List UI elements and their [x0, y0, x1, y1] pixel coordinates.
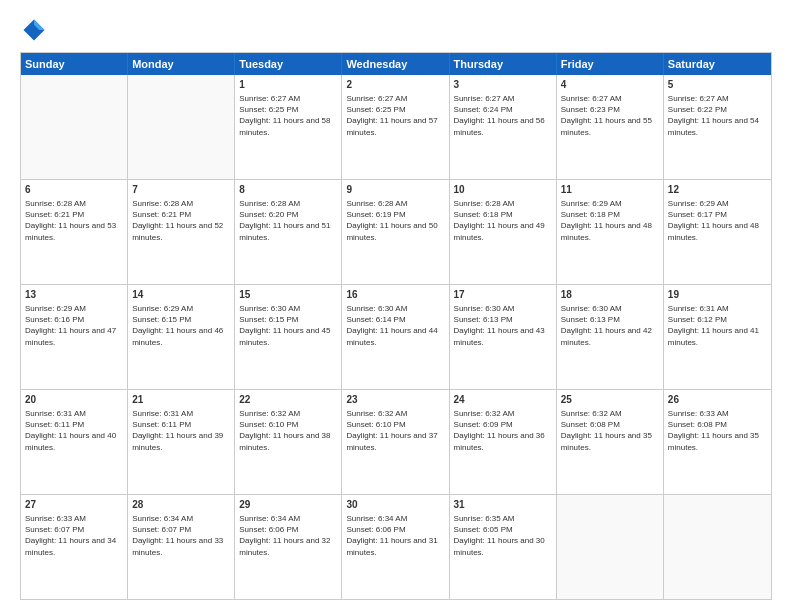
calendar-cell: 12Sunrise: 6:29 AM Sunset: 6:17 PM Dayli…: [664, 180, 771, 284]
cell-info: Sunrise: 6:31 AM Sunset: 6:11 PM Dayligh…: [132, 409, 223, 452]
calendar-cell: 25Sunrise: 6:32 AM Sunset: 6:08 PM Dayli…: [557, 390, 664, 494]
cell-info: Sunrise: 6:34 AM Sunset: 6:06 PM Dayligh…: [239, 514, 330, 557]
cell-info: Sunrise: 6:28 AM Sunset: 6:18 PM Dayligh…: [454, 199, 545, 242]
calendar-cell: 29Sunrise: 6:34 AM Sunset: 6:06 PM Dayli…: [235, 495, 342, 599]
calendar-cell: 2Sunrise: 6:27 AM Sunset: 6:25 PM Daylig…: [342, 75, 449, 179]
cell-info: Sunrise: 6:31 AM Sunset: 6:11 PM Dayligh…: [25, 409, 116, 452]
cell-info: Sunrise: 6:29 AM Sunset: 6:16 PM Dayligh…: [25, 304, 116, 347]
day-number: 16: [346, 288, 444, 302]
calendar-cell: [21, 75, 128, 179]
calendar-cell: 14Sunrise: 6:29 AM Sunset: 6:15 PM Dayli…: [128, 285, 235, 389]
calendar: SundayMondayTuesdayWednesdayThursdayFrid…: [20, 52, 772, 600]
day-number: 31: [454, 498, 552, 512]
day-number: 29: [239, 498, 337, 512]
calendar-cell: 26Sunrise: 6:33 AM Sunset: 6:08 PM Dayli…: [664, 390, 771, 494]
cell-info: Sunrise: 6:29 AM Sunset: 6:17 PM Dayligh…: [668, 199, 759, 242]
calendar-cell: 5Sunrise: 6:27 AM Sunset: 6:22 PM Daylig…: [664, 75, 771, 179]
cell-info: Sunrise: 6:34 AM Sunset: 6:06 PM Dayligh…: [346, 514, 437, 557]
day-number: 22: [239, 393, 337, 407]
cell-info: Sunrise: 6:27 AM Sunset: 6:25 PM Dayligh…: [346, 94, 437, 137]
day-number: 10: [454, 183, 552, 197]
calendar-cell: [557, 495, 664, 599]
day-number: 18: [561, 288, 659, 302]
day-number: 4: [561, 78, 659, 92]
cal-header-day: Saturday: [664, 53, 771, 75]
day-number: 19: [668, 288, 767, 302]
cell-info: Sunrise: 6:32 AM Sunset: 6:10 PM Dayligh…: [239, 409, 330, 452]
calendar-row: 27Sunrise: 6:33 AM Sunset: 6:07 PM Dayli…: [21, 494, 771, 599]
cal-header-day: Monday: [128, 53, 235, 75]
cell-info: Sunrise: 6:31 AM Sunset: 6:12 PM Dayligh…: [668, 304, 759, 347]
day-number: 21: [132, 393, 230, 407]
calendar-row: 1Sunrise: 6:27 AM Sunset: 6:25 PM Daylig…: [21, 75, 771, 179]
cell-info: Sunrise: 6:33 AM Sunset: 6:07 PM Dayligh…: [25, 514, 116, 557]
calendar-cell: 1Sunrise: 6:27 AM Sunset: 6:25 PM Daylig…: [235, 75, 342, 179]
day-number: 26: [668, 393, 767, 407]
day-number: 27: [25, 498, 123, 512]
cell-info: Sunrise: 6:32 AM Sunset: 6:10 PM Dayligh…: [346, 409, 437, 452]
calendar-row: 13Sunrise: 6:29 AM Sunset: 6:16 PM Dayli…: [21, 284, 771, 389]
calendar-cell: 10Sunrise: 6:28 AM Sunset: 6:18 PM Dayli…: [450, 180, 557, 284]
day-number: 14: [132, 288, 230, 302]
day-number: 25: [561, 393, 659, 407]
day-number: 20: [25, 393, 123, 407]
calendar-cell: 17Sunrise: 6:30 AM Sunset: 6:13 PM Dayli…: [450, 285, 557, 389]
cell-info: Sunrise: 6:32 AM Sunset: 6:08 PM Dayligh…: [561, 409, 652, 452]
logo: [20, 16, 52, 44]
day-number: 3: [454, 78, 552, 92]
calendar-cell: 19Sunrise: 6:31 AM Sunset: 6:12 PM Dayli…: [664, 285, 771, 389]
calendar-cell: 31Sunrise: 6:35 AM Sunset: 6:05 PM Dayli…: [450, 495, 557, 599]
cal-header-day: Thursday: [450, 53, 557, 75]
cell-info: Sunrise: 6:27 AM Sunset: 6:25 PM Dayligh…: [239, 94, 330, 137]
calendar-cell: 3Sunrise: 6:27 AM Sunset: 6:24 PM Daylig…: [450, 75, 557, 179]
calendar-cell: 6Sunrise: 6:28 AM Sunset: 6:21 PM Daylig…: [21, 180, 128, 284]
day-number: 6: [25, 183, 123, 197]
header: [20, 16, 772, 44]
cell-info: Sunrise: 6:28 AM Sunset: 6:21 PM Dayligh…: [132, 199, 223, 242]
day-number: 5: [668, 78, 767, 92]
cell-info: Sunrise: 6:28 AM Sunset: 6:21 PM Dayligh…: [25, 199, 116, 242]
cell-info: Sunrise: 6:28 AM Sunset: 6:20 PM Dayligh…: [239, 199, 330, 242]
cell-info: Sunrise: 6:32 AM Sunset: 6:09 PM Dayligh…: [454, 409, 545, 452]
calendar-cell: [128, 75, 235, 179]
calendar-cell: 13Sunrise: 6:29 AM Sunset: 6:16 PM Dayli…: [21, 285, 128, 389]
calendar-cell: 28Sunrise: 6:34 AM Sunset: 6:07 PM Dayli…: [128, 495, 235, 599]
day-number: 30: [346, 498, 444, 512]
day-number: 7: [132, 183, 230, 197]
cell-info: Sunrise: 6:27 AM Sunset: 6:23 PM Dayligh…: [561, 94, 652, 137]
calendar-cell: 30Sunrise: 6:34 AM Sunset: 6:06 PM Dayli…: [342, 495, 449, 599]
logo-icon: [20, 16, 48, 44]
day-number: 23: [346, 393, 444, 407]
calendar-cell: 9Sunrise: 6:28 AM Sunset: 6:19 PM Daylig…: [342, 180, 449, 284]
cell-info: Sunrise: 6:30 AM Sunset: 6:14 PM Dayligh…: [346, 304, 437, 347]
day-number: 8: [239, 183, 337, 197]
cell-info: Sunrise: 6:33 AM Sunset: 6:08 PM Dayligh…: [668, 409, 759, 452]
calendar-cell: 4Sunrise: 6:27 AM Sunset: 6:23 PM Daylig…: [557, 75, 664, 179]
calendar-cell: 16Sunrise: 6:30 AM Sunset: 6:14 PM Dayli…: [342, 285, 449, 389]
day-number: 1: [239, 78, 337, 92]
calendar-cell: 22Sunrise: 6:32 AM Sunset: 6:10 PM Dayli…: [235, 390, 342, 494]
day-number: 15: [239, 288, 337, 302]
day-number: 24: [454, 393, 552, 407]
calendar-cell: 24Sunrise: 6:32 AM Sunset: 6:09 PM Dayli…: [450, 390, 557, 494]
cell-info: Sunrise: 6:29 AM Sunset: 6:15 PM Dayligh…: [132, 304, 223, 347]
cell-info: Sunrise: 6:27 AM Sunset: 6:22 PM Dayligh…: [668, 94, 759, 137]
calendar-row: 6Sunrise: 6:28 AM Sunset: 6:21 PM Daylig…: [21, 179, 771, 284]
day-number: 2: [346, 78, 444, 92]
cal-header-day: Sunday: [21, 53, 128, 75]
calendar-cell: 11Sunrise: 6:29 AM Sunset: 6:18 PM Dayli…: [557, 180, 664, 284]
calendar-body: 1Sunrise: 6:27 AM Sunset: 6:25 PM Daylig…: [21, 75, 771, 599]
page: SundayMondayTuesdayWednesdayThursdayFrid…: [0, 0, 792, 612]
cell-info: Sunrise: 6:28 AM Sunset: 6:19 PM Dayligh…: [346, 199, 437, 242]
calendar-cell: 7Sunrise: 6:28 AM Sunset: 6:21 PM Daylig…: [128, 180, 235, 284]
cell-info: Sunrise: 6:27 AM Sunset: 6:24 PM Dayligh…: [454, 94, 545, 137]
cell-info: Sunrise: 6:29 AM Sunset: 6:18 PM Dayligh…: [561, 199, 652, 242]
calendar-cell: 27Sunrise: 6:33 AM Sunset: 6:07 PM Dayli…: [21, 495, 128, 599]
cell-info: Sunrise: 6:30 AM Sunset: 6:13 PM Dayligh…: [561, 304, 652, 347]
calendar-cell: [664, 495, 771, 599]
calendar-cell: 23Sunrise: 6:32 AM Sunset: 6:10 PM Dayli…: [342, 390, 449, 494]
cal-header-day: Wednesday: [342, 53, 449, 75]
calendar-cell: 18Sunrise: 6:30 AM Sunset: 6:13 PM Dayli…: [557, 285, 664, 389]
calendar-cell: 8Sunrise: 6:28 AM Sunset: 6:20 PM Daylig…: [235, 180, 342, 284]
cell-info: Sunrise: 6:30 AM Sunset: 6:15 PM Dayligh…: [239, 304, 330, 347]
